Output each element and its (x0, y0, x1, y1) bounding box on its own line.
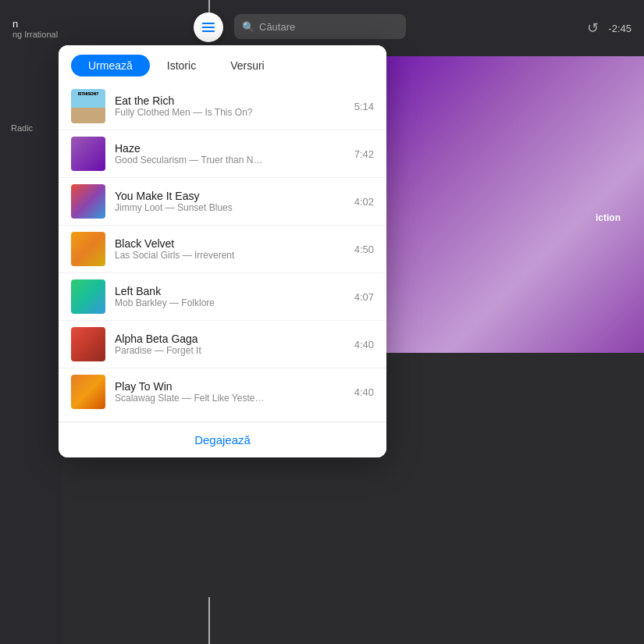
song-details: Left BankMob Barkley — Folklore (115, 285, 345, 308)
song-details: Alpha Beta GagaParadise — Forget It (115, 333, 345, 356)
song-item[interactable]: Left BankMob Barkley — Folklore4:07 (59, 272, 386, 320)
svg-rect-6 (202, 23, 213, 24)
song-duration: 7:42 (354, 148, 374, 160)
sidebar-label: Radic (11, 123, 33, 133)
song-item[interactable]: Black VelvetLas Social Girls — Irreveren… (59, 225, 386, 272)
album-thumbnail (71, 232, 105, 266)
list-icon (201, 20, 216, 35)
queue-tabs: Urmează Istoric Versuri (59, 45, 386, 76)
tab-upcoming[interactable]: Urmează (71, 55, 150, 76)
song-title: Alpha Beta Gaga (115, 333, 345, 345)
album-thumbnail (71, 137, 105, 171)
song-duration: 5:14 (354, 101, 374, 112)
sidebar: Radic (0, 56, 62, 644)
album-thumbnail (71, 327, 105, 361)
song-title: Left Bank (115, 285, 345, 297)
song-title: Play To Win (115, 380, 345, 393)
svg-rect-7 (202, 27, 213, 28)
song-details: Play To WinScalawag Slate — Felt Like Ye… (115, 380, 345, 404)
song-list: ISTHISON?Eat the RichFully Clothed Men —… (59, 76, 386, 422)
album-thumbnail: ISTHISON? (71, 89, 105, 123)
song-subtitle: Paradise — Forget It (115, 345, 345, 356)
song-title: Black Velvet (115, 237, 345, 250)
queue-panel: Urmează Istoric Versuri ISTHISON?Eat the… (59, 45, 386, 457)
song-details: Black VelvetLas Social Girls — Irreveren… (115, 237, 345, 261)
song-subtitle: Good Secularism — Truer than N… (115, 155, 345, 165)
queue-button[interactable] (194, 12, 223, 42)
song-title: Eat the Rich (115, 94, 345, 107)
song-subtitle: Mob Barkley — Folklore (115, 297, 345, 308)
search-placeholder: Căutare (259, 21, 295, 33)
song-duration: 4:07 (354, 291, 374, 303)
album-art-2: iction (343, 56, 644, 353)
song-details: Eat the RichFully Clothed Men — Is This … (115, 94, 345, 118)
pointer-line-bottom (208, 597, 210, 644)
search-icon: 🔍 (242, 21, 254, 33)
song-duration: 4:02 (354, 196, 374, 208)
album-thumbnail (71, 184, 105, 219)
song-details: HazeGood Secularism — Truer than N… (115, 142, 345, 165)
album-thumbnail (71, 375, 105, 409)
svg-rect-8 (202, 30, 212, 32)
song-subtitle: Las Social Girls — Irreverent (115, 250, 345, 261)
time-display: -2:45 (608, 23, 632, 34)
song-item[interactable]: Alpha Beta GagaParadise — Forget It4:40 (59, 320, 386, 368)
clear-button[interactable]: Degajează (59, 422, 386, 457)
nonfiction-label: iction (596, 212, 621, 223)
tab-lyrics[interactable]: Versuri (213, 55, 282, 76)
song-duration: 4:50 (354, 244, 374, 255)
song-item[interactable]: HazeGood Secularism — Truer than N…7:42 (59, 130, 386, 177)
song-item[interactable]: ISTHISON?Eat the RichFully Clothed Men —… (59, 83, 386, 130)
song-details: You Make It EasyJimmy Loot — Sunset Blue… (115, 190, 345, 213)
album-thumbnail (71, 279, 105, 314)
song-item[interactable]: Play To WinScalawag Slate — Felt Like Ye… (59, 368, 386, 415)
song-duration: 4:40 (354, 339, 374, 350)
song-title: Haze (115, 142, 345, 155)
song-subtitle: Scalawag Slate — Felt Like Yeste… (115, 393, 345, 404)
song-subtitle: Fully Clothed Men — Is This On? (115, 107, 345, 118)
song-item[interactable]: You Make It EasyJimmy Loot — Sunset Blue… (59, 177, 386, 225)
song-duration: 4:40 (354, 386, 374, 398)
song-subtitle: Jimmy Loot — Sunset Blues (115, 202, 345, 213)
search-bar[interactable]: 🔍 Căutare (234, 14, 406, 39)
song-title: You Make It Easy (115, 190, 345, 202)
tab-history[interactable]: Istoric (150, 55, 213, 76)
repeat-icon[interactable]: ↺ (587, 20, 599, 37)
